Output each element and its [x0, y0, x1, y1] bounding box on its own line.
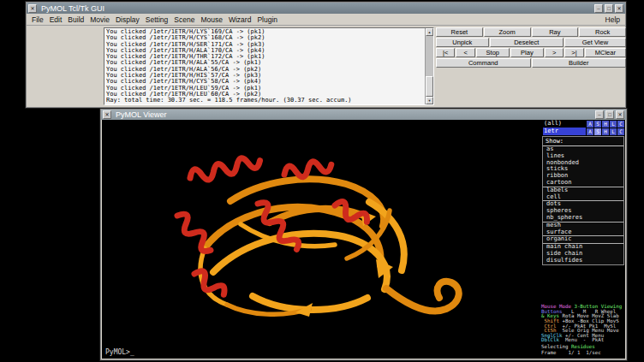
ashlc-button[interactable]: A [587, 121, 593, 128]
gui-body: You clicked /1etr/1ETR/H/LYS`169/CA -> (… [27, 26, 625, 107]
ashlc-buttons: ASHLC [587, 128, 624, 135]
control-button[interactable]: Reset [436, 27, 483, 37]
ashlc-button[interactable]: L [610, 121, 617, 128]
close-button[interactable]: ✕ [615, 4, 623, 13]
show-menu-item[interactable]: disulfides [543, 258, 623, 264]
menu-item[interactable]: File [30, 15, 48, 24]
console-scrollbar[interactable]: ▲ ▼ [425, 28, 433, 104]
ashlc-button[interactable]: S [594, 128, 601, 135]
control-button[interactable]: Rock [579, 27, 626, 37]
menu-bar: FileEditBuildMovieDisplaySettingSceneMou… [27, 14, 625, 26]
control-button[interactable]: Builder [532, 58, 627, 68]
control-button[interactable]: Get View [564, 38, 626, 47]
window-menu-icon[interactable]: ✕ [28, 4, 37, 13]
menu-item[interactable]: Edit [48, 15, 67, 24]
console-line: Ray: total time: 30.37 sec. = 118.5 fram… [106, 98, 425, 104]
window-menu-icon[interactable]: ✕ [103, 110, 111, 119]
command-prompt[interactable]: PyMOL>_ [105, 348, 134, 356]
desktop: ✕ PyMOL Tcl/Tk GUI – □ ✕ FileEditBuildMo… [0, 0, 644, 362]
control-button[interactable]: Deselect [490, 38, 564, 47]
movie-control-button[interactable]: < [456, 48, 474, 57]
scroll-up-icon[interactable]: ▲ [426, 28, 433, 36]
minimize-button[interactable]: – [594, 4, 603, 13]
menu-item[interactable]: Plugin [255, 15, 282, 24]
ashlc-button[interactable]: A [587, 128, 593, 135]
movie-control-button[interactable]: Stop [476, 48, 510, 57]
control-panel: ResetZoomRayRock UnpickDeselectGet View … [436, 27, 626, 68]
menu-item-help[interactable]: Help [604, 15, 622, 24]
beta-strand-arrowheads [295, 211, 393, 317]
control-button[interactable]: Command [436, 58, 531, 68]
gui-window-title: PyMOL Tcl/Tk GUI [39, 4, 593, 13]
viewer-window-title: PyMOL Viewer [113, 110, 593, 119]
close-button[interactable]: ✕ [616, 110, 624, 119]
ashlc-button[interactable]: H [602, 128, 609, 135]
ashlc-button[interactable]: S [594, 121, 601, 128]
menu-item[interactable]: Scene [172, 15, 199, 24]
viewport-3d[interactable]: (all) ASHLC 1etr ASHLC Show: aslinesnonb… [102, 120, 625, 359]
ashlc-button[interactable]: C [617, 121, 624, 128]
alpha-helices [173, 155, 370, 300]
ashlc-button[interactable]: C [617, 128, 624, 135]
status-lines: Selecting ResiduesFrame 1/ 1 1/sec [541, 344, 623, 355]
ashlc-button[interactable]: L [610, 128, 617, 135]
movie-control-button[interactable]: MClear [585, 48, 626, 57]
menu-item[interactable]: Mouse [199, 15, 227, 24]
scroll-down-icon[interactable]: ▼ [426, 97, 433, 104]
scrollbar-track[interactable] [426, 36, 433, 97]
object-row-1etr: 1etr ASHLC [542, 128, 625, 135]
show-menu-header: Show: [543, 137, 623, 146]
gui-titlebar[interactable]: ✕ PyMOL Tcl/Tk GUI – □ ✕ [27, 3, 625, 14]
control-button[interactable]: Zoom [484, 27, 531, 37]
object-panel: (all) ASHLC 1etr ASHLC Show: aslinesnonb… [542, 120, 625, 265]
show-menu-items: aslinesnonbondedsticksribboncartoonlabel… [543, 146, 623, 264]
movie-control-button[interactable]: > [545, 48, 564, 57]
beta-sheet-ribbons [200, 179, 459, 314]
gui-window: ✕ PyMOL Tcl/Tk GUI – □ ✕ FileEditBuildMo… [26, 2, 626, 108]
maximize-button[interactable]: □ [605, 4, 613, 13]
ashlc-button[interactable]: H [602, 121, 609, 128]
menu-item[interactable]: Display [114, 15, 144, 24]
scrollbar-thumb[interactable] [426, 76, 433, 97]
mouse-help-panel: Mouse Mode 3-Button ViewingButtons L M R… [541, 305, 623, 343]
control-row-2: UnpickDeselectGet View [436, 38, 626, 47]
control-row-4: CommandBuilder [436, 58, 626, 68]
console[interactable]: You clicked /1etr/1ETR/H/LYS`169/CA -> (… [104, 27, 434, 105]
viewer-window: ✕ PyMOL Viewer – □ ✕ [100, 109, 627, 360]
viewer-titlebar[interactable]: ✕ PyMOL Viewer – □ ✕ [101, 110, 626, 120]
movie-control-button[interactable]: |< [436, 48, 455, 57]
menu-item[interactable]: Movie [88, 15, 114, 24]
menu-item[interactable]: Wizard [227, 15, 255, 24]
menu-item[interactable]: Setting [144, 15, 172, 24]
menu-item[interactable]: Build [66, 15, 88, 24]
show-menu: Show: aslinesnonbondedsticksribboncartoo… [542, 136, 624, 265]
object-name-all[interactable]: (all) [543, 120, 586, 128]
console-output: You clicked /1etr/1ETR/H/LYS`169/CA -> (… [104, 28, 425, 104]
movie-control-button[interactable]: >| [564, 48, 583, 57]
menu-items: FileEditBuildMovieDisplaySettingSceneMou… [30, 15, 282, 24]
object-row-all: (all) ASHLC [542, 120, 625, 128]
movie-control-button-row: |<<StopPlay>>|MClear [436, 48, 626, 57]
movie-control-button[interactable]: Play [510, 48, 544, 57]
control-row-1: ResetZoomRayRock [436, 27, 626, 37]
maximize-button[interactable]: □ [605, 110, 614, 119]
control-button[interactable]: Ray [532, 27, 579, 37]
object-name-1etr[interactable]: 1etr [543, 128, 586, 135]
control-button[interactable]: Unpick [436, 38, 489, 47]
minimize-button[interactable]: – [595, 110, 604, 119]
ashlc-buttons: ASHLC [587, 121, 624, 128]
